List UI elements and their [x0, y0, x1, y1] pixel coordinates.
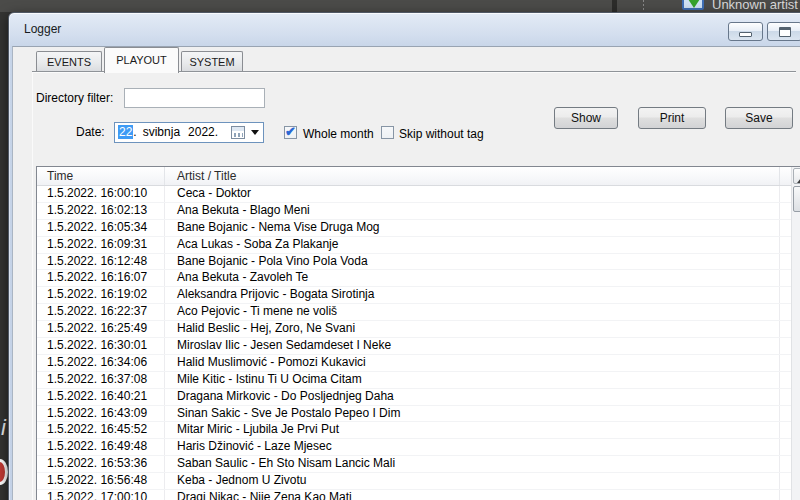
table-row[interactable]: 1.5.2022. 16:56:48 Keba - Jednom U Zivot…: [37, 473, 800, 490]
date-month-segment[interactable]: svibnja: [143, 125, 180, 139]
table-row[interactable]: 1.5.2022. 16:53:36 Saban Saulic - Eh Sto…: [37, 456, 800, 473]
calendar-icon[interactable]: [231, 126, 245, 139]
table-row[interactable]: 1.5.2022. 16:00:10 Ceca - Doktor: [37, 186, 800, 203]
background-left-strip: i: [0, 12, 8, 500]
logger-window: Logger EVENTS PLAYOUT SYSTEM Directory f…: [8, 12, 800, 500]
date-label: Date:: [76, 125, 105, 139]
row-time: 1.5.2022. 16:40:21: [37, 389, 165, 405]
row-time: 1.5.2022. 16:19:02: [37, 287, 165, 303]
directory-filter-input[interactable]: [124, 88, 265, 108]
directory-filter-label: Directory filter:: [36, 91, 113, 105]
table-row[interactable]: 1.5.2022. 16:09:31 Aca Lukas - Soba Za P…: [37, 237, 800, 254]
list-rows: 1.5.2022. 16:00:10 Ceca - Doktor 1.5.202…: [37, 186, 800, 500]
table-row[interactable]: 1.5.2022. 16:40:21 Dragana Mirkovic - Do…: [37, 389, 800, 406]
table-row[interactable]: 1.5.2022. 17:00:10 Dragi Nikac - Nije Ze…: [37, 490, 800, 500]
table-row[interactable]: 1.5.2022. 16:49:48 Haris Džinović - Laze…: [37, 439, 800, 456]
date-year-segment[interactable]: 2022.: [188, 125, 218, 139]
tab-events[interactable]: EVENTS: [36, 51, 102, 72]
row-time: 1.5.2022. 16:05:34: [37, 220, 165, 236]
row-time: 1.5.2022. 16:22:37: [37, 304, 165, 320]
table-row[interactable]: 1.5.2022. 16:02:13 Ana Bekuta - Blago Me…: [37, 203, 800, 220]
column-header-time[interactable]: Time: [37, 167, 165, 185]
show-button[interactable]: Show: [554, 107, 618, 129]
scroll-up-arrow-icon[interactable]: [793, 168, 800, 184]
background-divider: [612, 0, 617, 12]
table-row[interactable]: 1.5.2022. 16:05:34 Bane Bojanic - Nema V…: [37, 220, 800, 237]
list-header: Time Artist / Title: [37, 167, 800, 186]
row-artist-title: Mile Kitic - Istinu Ti U Ocima Citam: [165, 372, 780, 388]
minimize-icon: [739, 32, 752, 37]
tab-playout[interactable]: PLAYOUT: [104, 47, 179, 73]
row-artist-title: Aco Pejovic - Ti mene ne voliš: [165, 304, 780, 320]
row-time: 1.5.2022. 16:37:08: [37, 372, 165, 388]
print-button[interactable]: Print: [638, 107, 706, 129]
row-time: 1.5.2022. 16:56:48: [37, 473, 165, 489]
table-row[interactable]: 1.5.2022. 16:30:01 Miroslav Ilic - Jesen…: [37, 338, 800, 355]
row-time: 1.5.2022. 17:00:10: [37, 490, 165, 500]
minimize-button[interactable]: [728, 22, 763, 41]
row-time: 1.5.2022. 16:09:31: [37, 237, 165, 253]
date-day-suffix: .: [133, 125, 136, 139]
vertical-scrollbar[interactable]: [791, 167, 800, 500]
background-art-shape: [0, 459, 8, 485]
row-artist-title: Dragi Nikac - Nije Zena Kao Mati: [165, 490, 780, 500]
whole-month-label: Whole month: [303, 127, 374, 141]
row-time: 1.5.2022. 16:00:10: [37, 186, 165, 202]
background-app-strip: Unknown artist: [0, 0, 800, 12]
column-header-artist-title[interactable]: Artist / Title: [165, 167, 780, 185]
titlebar[interactable]: Logger: [9, 13, 800, 45]
whole-month-checkbox[interactable]: ✔: [284, 126, 297, 139]
table-row[interactable]: 1.5.2022. 16:25:49 Halid Beslic - Hej, Z…: [37, 321, 800, 338]
table-row[interactable]: 1.5.2022. 16:34:06 Halid Muslimović - Po…: [37, 355, 800, 372]
playout-log-list: Time Artist / Title 1.5.2022. 16:00:10 C…: [36, 166, 800, 500]
table-row[interactable]: 1.5.2022. 16:43:09 Sinan Sakic - Sve Je …: [37, 406, 800, 423]
skip-without-tag-checkbox[interactable]: [381, 126, 394, 139]
scrollbar-thumb[interactable]: [793, 186, 800, 212]
row-artist-title: Ana Bekuta - Zavoleh Te: [165, 270, 780, 286]
row-artist-title: Ana Bekuta - Blago Meni: [165, 203, 780, 219]
table-row[interactable]: 1.5.2022. 16:37:08 Mile Kitic - Istinu T…: [37, 372, 800, 389]
date-picker[interactable]: 22.svibnja2022.: [114, 122, 264, 143]
maximize-button[interactable]: [767, 22, 800, 41]
row-artist-title: Ceca - Doktor: [165, 186, 780, 202]
row-time: 1.5.2022. 16:49:48: [37, 439, 165, 455]
row-time: 1.5.2022. 16:02:13: [37, 203, 165, 219]
row-artist-title: Bane Bojanic - Nema Vise Druga Mog: [165, 220, 780, 236]
save-button[interactable]: Save: [725, 107, 793, 129]
row-time: 1.5.2022. 16:30:01: [37, 338, 165, 354]
album-art-download-icon: [682, 0, 704, 10]
maximize-icon: [779, 27, 791, 37]
row-artist-title: Halid Muslimović - Pomozi Kukavici: [165, 355, 780, 371]
date-day-segment[interactable]: 22: [118, 125, 133, 139]
background-dotted-divider: [643, 0, 644, 12]
table-row[interactable]: 1.5.2022. 16:12:48 Bane Bojanic - Pola V…: [37, 254, 800, 271]
now-playing-label: Unknown artist: [712, 0, 798, 12]
row-artist-title: Keba - Jednom U Zivotu: [165, 473, 780, 489]
checkmark-icon: ✔: [285, 124, 296, 139]
table-row[interactable]: 1.5.2022. 16:19:02 Aleksandra Prijovic -…: [37, 287, 800, 304]
table-row[interactable]: 1.5.2022. 16:16:07 Ana Bekuta - Zavoleh …: [37, 270, 800, 287]
row-artist-title: Mitar Miric - Ljubila Je Prvi Put: [165, 422, 780, 438]
tab-system[interactable]: SYSTEM: [181, 51, 243, 72]
date-dropdown-arrow-icon[interactable]: [251, 130, 259, 139]
row-artist-title: Aleksandra Prijovic - Bogata Sirotinja: [165, 287, 780, 303]
table-row[interactable]: 1.5.2022. 16:45:52 Mitar Miric - Ljubila…: [37, 422, 800, 439]
row-artist-title: Dragana Mirkovic - Do Posljednjeg Daha: [165, 389, 780, 405]
row-time: 1.5.2022. 16:53:36: [37, 456, 165, 472]
row-artist-title: Aca Lukas - Soba Za Plakanje: [165, 237, 780, 253]
row-time: 1.5.2022. 16:45:52: [37, 422, 165, 438]
client-area: EVENTS PLAYOUT SYSTEM Directory filter: …: [12, 46, 800, 500]
row-artist-title: Sinan Sakic - Sve Je Postalo Pepeo I Dim: [165, 406, 780, 422]
row-artist-title: Halid Beslic - Hej, Zoro, Ne Svani: [165, 321, 780, 337]
row-artist-title: Miroslav Ilic - Jesen Sedamdeset I Neke: [165, 338, 780, 354]
window-title: Logger: [24, 22, 61, 36]
background-art-glyph: i: [1, 415, 6, 441]
row-time: 1.5.2022. 16:16:07: [37, 270, 165, 286]
table-row[interactable]: 1.5.2022. 16:22:37 Aco Pejovic - Ti mene…: [37, 304, 800, 321]
tabpage-border: [32, 72, 33, 500]
row-time: 1.5.2022. 16:43:09: [37, 406, 165, 422]
skip-without-tag-label: Skip without tag: [399, 127, 484, 141]
row-artist-title: Bane Bojanic - Pola Vino Pola Voda: [165, 254, 780, 270]
row-time: 1.5.2022. 16:34:06: [37, 355, 165, 371]
row-time: 1.5.2022. 16:25:49: [37, 321, 165, 337]
